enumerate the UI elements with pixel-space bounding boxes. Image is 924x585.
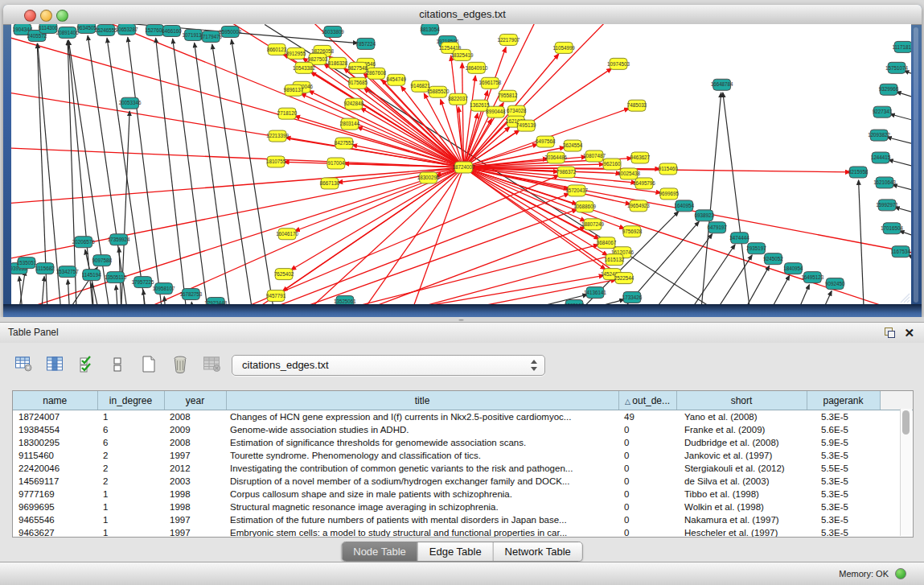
cell-outdeg[interactable]: 0	[618, 462, 676, 475]
graph-node[interactable]: 6734028	[507, 105, 527, 117]
graph-node[interactable]: 6938923	[694, 210, 714, 221]
graph-node[interactable]: 9329966	[879, 84, 899, 95]
cell-pagerank[interactable]: 5.3E-5	[807, 410, 880, 424]
cell-year[interactable]: 1998	[164, 501, 226, 513]
float-panel-icon[interactable]	[885, 328, 895, 338]
graph-node[interactable]: 16961758	[478, 77, 501, 89]
column-header-title[interactable]: title	[226, 391, 618, 410]
cell-pagerank[interactable]: 5.3E-5	[807, 449, 880, 462]
table-select[interactable]: citations_edges.txt	[232, 355, 545, 376]
column-header-in_degree[interactable]: in_degree	[97, 391, 164, 410]
graph-node[interactable]: 7857224	[356, 38, 376, 49]
graph-node[interactable]: 16046170	[276, 229, 298, 240]
graph-node[interactable]: 6466160	[162, 25, 182, 36]
graph-node[interactable]: 1535051	[17, 257, 37, 269]
graph-node[interactable]: 10974503	[607, 58, 630, 69]
cell-outdeg[interactable]: 0	[618, 436, 676, 449]
cell-outdeg[interactable]: 49	[618, 410, 676, 424]
close-panel-icon[interactable]: ✕	[904, 325, 914, 340]
create-column-button[interactable]	[138, 355, 159, 376]
graph-node[interactable]: 8454749	[387, 74, 407, 85]
column-header-pagerank[interactable]: pagerank	[807, 391, 880, 410]
cell-pagerank[interactable]: 5.3E-5	[807, 488, 880, 501]
cell-indeg[interactable]: 2	[97, 462, 164, 475]
cell-short[interactable]: Wolkin et al. (1998)	[676, 501, 807, 513]
cell-short[interactable]: Stergiakouli et al. (2012)	[676, 462, 807, 475]
column-header-short[interactable]: short	[676, 391, 807, 410]
cell-title[interactable]: Investigating the contribution of common…	[226, 462, 618, 475]
graph-node[interactable]: 2935197	[746, 243, 766, 254]
graph-node[interactable]: 20053346	[119, 97, 142, 109]
graph-node[interactable]: 2718120	[277, 108, 298, 119]
cell-outdeg[interactable]: 0	[618, 449, 676, 462]
graph-node[interactable]: 16495796	[633, 178, 655, 189]
cell-name[interactable]: 9777169	[13, 488, 97, 501]
graph-node[interactable]: 7955812	[498, 90, 518, 101]
graph-node[interactable]: 10543382	[293, 62, 315, 73]
cell-title[interactable]: Structural magnetic resonance image aver…	[226, 501, 618, 513]
cell-pagerank[interactable]: 5.3E-5	[807, 513, 880, 526]
graph-node[interactable]: 10807487	[583, 150, 606, 162]
cell-pagerank[interactable]: 5.6E-5	[807, 423, 880, 436]
graph-node[interactable]: 9175685	[348, 77, 368, 89]
graph-node-hub[interactable]: 18724007	[453, 162, 475, 173]
table-row[interactable]: 946554611997Estimation of the future num…	[13, 513, 913, 526]
cell-title[interactable]: Embryonic stem cells: a model to study s…	[226, 526, 618, 538]
cell-name[interactable]: 9463627	[13, 526, 97, 538]
graph-node[interactable]: 8660123	[267, 43, 287, 55]
graph-node[interactable]: 9756928	[622, 226, 643, 237]
graph-node[interactable]: 8813054	[420, 24, 440, 35]
table-row[interactable]: 1456911722003Disruption of a novel membe…	[13, 475, 913, 488]
cell-title[interactable]: Tourette syndrome. Phenomenology and cla…	[226, 449, 618, 462]
graph-node[interactable]: 8990448	[486, 106, 506, 117]
cell-year[interactable]: 1997	[164, 449, 226, 462]
graph-node[interactable]: 9463627	[630, 152, 651, 163]
graph-node[interactable]: 13525061	[334, 296, 356, 304]
graph-node[interactable]: 9827548	[348, 62, 368, 73]
table-row[interactable]: 2242004622012Investigating the contribut…	[13, 462, 913, 475]
column-header-out_de[interactable]: △ out_de...	[618, 391, 676, 410]
graph-node[interactable]: 8912955	[286, 47, 306, 59]
graph-node[interactable]: 8667130	[320, 178, 340, 189]
cell-indeg[interactable]: 1	[97, 488, 164, 501]
graph-node[interactable]: 6479197	[707, 222, 727, 233]
table-row[interactable]: 1938455462009Genome-wide association stu…	[13, 423, 913, 436]
graph-node[interactable]: 10958107	[153, 283, 175, 295]
cell-year[interactable]: 2012	[164, 462, 226, 475]
graph-node[interactable]: 20364486	[544, 152, 567, 163]
cell-indeg[interactable]: 2	[97, 449, 164, 462]
cell-outdeg[interactable]: 0	[618, 513, 676, 526]
cell-outdeg[interactable]: 0	[618, 423, 676, 436]
graph-node[interactable]: 3624554	[563, 140, 583, 151]
graph-node[interactable]: 1615132	[605, 254, 625, 266]
cell-year[interactable]: 2008	[164, 410, 226, 424]
graph-node[interactable]: 1145194	[82, 270, 101, 281]
select-all-columns-button[interactable]	[76, 355, 97, 376]
table-scrollbar-thumb[interactable]	[902, 410, 910, 435]
graph-node[interactable]: 15950004	[219, 26, 241, 37]
cell-year[interactable]: 1997	[164, 513, 226, 526]
graph-node[interactable]: 9699695	[659, 188, 680, 200]
graph-node[interactable]: 9115460	[659, 163, 678, 175]
table-row[interactable]: 1830029562008Estimation of significance …	[13, 436, 913, 449]
cell-name[interactable]: 19384554	[13, 423, 97, 436]
show-columns-button[interactable]	[44, 355, 65, 376]
graph-node[interactable]: 11171815	[893, 41, 911, 52]
graph-node[interactable]: 15720437	[565, 185, 588, 196]
graph-node[interactable]: 20206576	[72, 237, 95, 248]
graph-node[interactable]: 9242848	[344, 98, 364, 109]
graph-node[interactable]: 16210643	[873, 177, 896, 188]
graph-node[interactable]: 15992971	[876, 200, 898, 211]
cell-name[interactable]: 9465546	[13, 513, 97, 526]
graph-node[interactable]: 962160	[603, 159, 621, 170]
cell-short[interactable]: de Silva et al. (2003)	[676, 475, 807, 488]
graph-node[interactable]: 1167534	[891, 246, 910, 257]
cell-indeg[interactable]: 1	[97, 513, 164, 526]
graph-node[interactable]: 9634505	[77, 24, 97, 33]
cell-name[interactable]: 14569117	[13, 475, 97, 488]
graph-node[interactable]: 7495139	[516, 120, 536, 131]
graph-node[interactable]: 15342757	[56, 266, 79, 278]
unselect-all-columns-button[interactable]	[107, 355, 128, 376]
cell-name[interactable]: 9115460	[13, 449, 97, 462]
graph-node[interactable]: 14136141	[584, 287, 606, 299]
